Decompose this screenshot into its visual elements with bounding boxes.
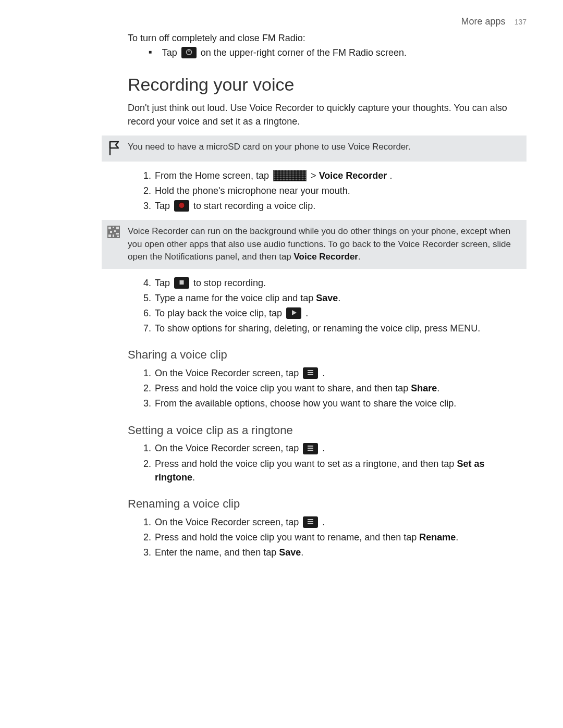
svg-rect-11 <box>116 233 119 235</box>
list-icon <box>303 367 318 379</box>
svg-rect-12 <box>117 236 119 237</box>
list-item: To play back the voice clip, tap . <box>143 306 527 320</box>
intro-text: Don't just think out loud. Use Voice Rec… <box>128 101 527 128</box>
section-title: More apps <box>461 16 506 27</box>
page-header: More apps 137 <box>36 15 527 28</box>
rename-steps: On the Voice Recorder screen, tap . Pres… <box>143 515 527 559</box>
list-item: On the Voice Recorder screen, tap . <box>143 366 527 380</box>
svg-rect-13 <box>180 280 184 285</box>
svg-rect-22 <box>308 523 313 524</box>
record-icon <box>174 200 189 212</box>
all-apps-icon <box>273 170 307 181</box>
list-item: On the Voice Recorder screen, tap . <box>143 515 527 529</box>
svg-point-2 <box>179 203 185 208</box>
flag-icon <box>107 141 123 156</box>
list-item: Type a name for the voice clip and tap S… <box>143 291 527 305</box>
info-icon <box>107 225 123 239</box>
list-item: Hold the phone's microphone near your mo… <box>143 184 527 198</box>
svg-rect-9 <box>108 235 111 237</box>
list-item: Tap to start recording a voice clip. <box>143 199 527 213</box>
svg-rect-5 <box>113 227 114 228</box>
svg-rect-6 <box>116 227 119 229</box>
fm-bullet-list: Tap on the upper-right corner of the FM … <box>149 46 527 59</box>
steps-list-1: From the Home screen, tap > Voice Record… <box>143 169 527 213</box>
stop-icon <box>174 277 189 289</box>
note-text: You need to have a microSD card on your … <box>128 141 519 154</box>
list-item: On the Voice Recorder screen, tap . <box>143 441 527 455</box>
section-heading: Renaming a voice clip <box>128 496 527 512</box>
list-item: From the Home screen, tap > Voice Record… <box>143 169 527 182</box>
svg-rect-14 <box>308 370 313 371</box>
ringtone-steps: On the Voice Recorder screen, tap . Pres… <box>143 441 527 484</box>
list-item: To show options for sharing, deleting, o… <box>143 322 527 335</box>
svg-rect-10 <box>113 235 114 237</box>
share-steps: On the Voice Recorder screen, tap . Pres… <box>143 366 527 410</box>
page-title: Recording your voice <box>128 72 527 97</box>
play-icon <box>286 307 301 319</box>
list-item: Tap to stop recording. <box>143 276 527 290</box>
list-item: Press and hold the voice clip you want t… <box>143 457 527 484</box>
note-box: Voice Recorder can run on the background… <box>102 220 527 269</box>
page: More apps 137 To turn off completely and… <box>0 0 563 728</box>
svg-rect-20 <box>308 519 313 520</box>
note-box: You need to have a microSD card on your … <box>102 135 527 162</box>
svg-rect-4 <box>108 227 111 229</box>
svg-rect-15 <box>308 372 313 373</box>
svg-rect-7 <box>110 231 112 233</box>
note-text: Voice Recorder can run on the background… <box>128 225 519 264</box>
list-item: From the available options, choose how y… <box>143 397 527 410</box>
list-item: Press and hold the voice clip you want t… <box>143 381 527 395</box>
section-heading: Setting a voice clip as a ringtone <box>128 422 527 439</box>
svg-rect-16 <box>308 374 313 375</box>
list-icon <box>303 516 318 528</box>
section-heading: Sharing a voice clip <box>128 347 527 363</box>
list-item: Tap on the upper-right corner of the FM … <box>149 46 527 59</box>
list-item: Press and hold the voice clip you want t… <box>143 530 527 544</box>
page-number: 137 <box>515 18 527 26</box>
list-item: Enter the name, and then tap Save. <box>143 546 527 559</box>
svg-rect-17 <box>308 446 313 447</box>
fm-intro: To turn off completely and close FM Radi… <box>128 31 527 45</box>
svg-rect-19 <box>308 450 313 451</box>
svg-rect-21 <box>308 521 313 522</box>
svg-rect-18 <box>308 448 313 449</box>
svg-rect-8 <box>114 230 116 232</box>
steps-list-2: Tap to stop recording. Type a name for t… <box>143 276 527 335</box>
list-icon <box>303 443 318 454</box>
content: To turn off completely and close FM Radi… <box>128 31 527 559</box>
power-icon <box>181 47 197 58</box>
